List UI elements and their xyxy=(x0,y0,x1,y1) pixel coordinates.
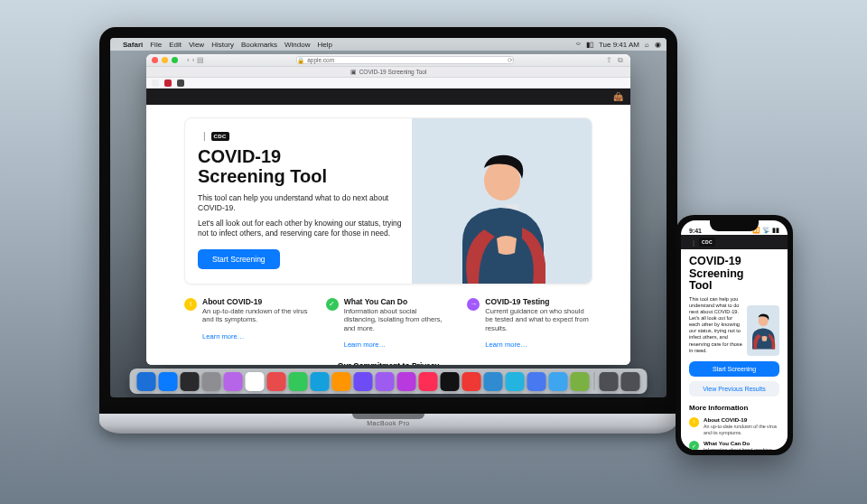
menu-item[interactable]: Window xyxy=(284,41,310,49)
start-screening-button[interactable]: Start Screening xyxy=(689,361,779,377)
dock-app-icon[interactable] xyxy=(289,372,308,391)
privacy-section: Our Commitment to Privacy Apple is not c… xyxy=(184,350,592,365)
hero-illustration xyxy=(747,305,779,356)
favorites-bar xyxy=(146,78,630,89)
dock-app-icon[interactable] xyxy=(332,372,351,391)
safari-window: ‹ › ▤ 🔒 apple.com ⟳ ⇪ ⧉ xyxy=(146,54,630,365)
favorite-item[interactable] xyxy=(164,79,172,87)
iphone: 9:41 📶 📡 ▮▮ | CDC COVID-19Screening Tool… xyxy=(676,215,793,455)
hero-title: COVID-19Screening Tool xyxy=(689,256,743,293)
search-icon[interactable]: ⌕ xyxy=(645,41,649,49)
macbook-model-label: MacBook Pro xyxy=(367,420,410,426)
check-icon: ✓ xyxy=(689,441,699,450)
dock-app-icon[interactable] xyxy=(181,372,200,391)
iphone-time: 9:41 xyxy=(689,228,702,234)
mac-menu-bar: Safari File Edit View History Bookmarks … xyxy=(110,38,667,51)
forward-button[interactable]: › xyxy=(192,56,195,64)
dock-app-icon[interactable] xyxy=(159,372,178,391)
dock-app-icon[interactable] xyxy=(376,372,395,391)
dock-app-icon[interactable] xyxy=(354,372,373,391)
dock-app-icon[interactable] xyxy=(246,372,265,391)
menu-item[interactable]: Help xyxy=(317,41,331,49)
safari-tab[interactable]: ▣ COVID-19 Screening Tool xyxy=(146,67,630,78)
info-body: Information about social distancing, iso… xyxy=(344,307,452,332)
info-item-about[interactable]: ! About COVID-19 An up-to-date rundown o… xyxy=(689,416,779,435)
learn-more-link[interactable]: Learn more… xyxy=(202,332,244,341)
siri-icon[interactable]: ◉ xyxy=(655,41,661,49)
dock-app-icon[interactable] xyxy=(224,372,243,391)
check-icon: ✓ xyxy=(326,298,339,311)
dock-app-icon[interactable] xyxy=(527,372,546,391)
wifi-icon: ⌔ xyxy=(576,41,581,49)
dock-app-icon[interactable] xyxy=(311,372,330,391)
alert-icon: ! xyxy=(184,298,197,311)
menubar-app-name: Safari xyxy=(123,41,143,49)
share-icon[interactable]: ⇪ xyxy=(606,56,612,65)
cdc-badge: CDC xyxy=(211,132,229,141)
svg-point-1 xyxy=(511,178,518,187)
learn-more-link[interactable]: Learn more… xyxy=(344,341,386,349)
macbook: Safari File Edit View History Bookmarks … xyxy=(99,27,677,434)
tab-title: COVID-19 Screening Tool xyxy=(359,69,427,75)
zoom-window-button[interactable] xyxy=(172,57,178,63)
dock-app-icon[interactable] xyxy=(267,372,286,391)
info-item-whatyoucan[interactable]: ✓ What You Can Do Information about hand… xyxy=(689,440,779,450)
alert-icon: ! xyxy=(689,417,699,427)
info-title: About COVID-19 xyxy=(202,297,310,306)
back-button[interactable]: ‹ xyxy=(187,56,190,64)
dock-app-icon[interactable] xyxy=(571,372,590,391)
dock-app-icon[interactable] xyxy=(441,372,460,391)
address-url: apple.com xyxy=(307,57,334,63)
start-screening-button[interactable]: Start Screening xyxy=(198,249,280,269)
favorite-item[interactable] xyxy=(177,79,184,87)
dock-app-icon[interactable] xyxy=(506,372,525,391)
menu-item[interactable]: File xyxy=(150,41,162,49)
hero-para: Let's all look out for each other by kno… xyxy=(198,219,403,239)
address-bar[interactable]: 🔒 apple.com ⟳ xyxy=(296,56,514,64)
hero-title: COVID-19Screening Tool xyxy=(198,146,403,186)
info-title: What You Can Do xyxy=(344,297,452,306)
menu-item[interactable]: Bookmarks xyxy=(241,41,277,49)
tabs-icon[interactable]: ⧉ xyxy=(618,56,623,65)
info-col-whatyoucan: ✓ What You Can Do Information about soci… xyxy=(326,297,452,350)
info-col-about: ! About COVID-19 An up-to-date rundown o… xyxy=(184,297,310,350)
site-nav: | CDC xyxy=(681,235,788,249)
dock-app-icon[interactable] xyxy=(202,372,221,391)
learn-more-link[interactable]: Learn more… xyxy=(485,341,527,349)
dock xyxy=(130,369,648,394)
minimize-window-button[interactable] xyxy=(162,57,168,63)
dock-app-icon[interactable] xyxy=(462,372,481,391)
privacy-title: Our Commitment to Privacy xyxy=(211,361,565,365)
favorite-item[interactable] xyxy=(152,79,159,87)
close-window-button[interactable] xyxy=(152,57,158,63)
bag-icon[interactable]: 👜 xyxy=(613,92,623,101)
reload-icon[interactable]: ⟳ xyxy=(508,57,513,64)
safari-toolbar: ‹ › ▤ 🔒 apple.com ⟳ ⇪ ⧉ xyxy=(146,54,630,67)
page-content: 👜 | CDC COVID-19Screeni xyxy=(146,89,630,365)
sidebar-toggle-icon[interactable]: ▤ xyxy=(197,56,204,64)
info-row: ! About COVID-19 An up-to-date rundown o… xyxy=(184,297,592,350)
info-body: Information about hand-washing, social d… xyxy=(704,447,779,450)
hero-para: This tool can help you understand what t… xyxy=(198,193,403,214)
dock-app-icon[interactable] xyxy=(549,372,568,391)
dock-app-icon[interactable] xyxy=(137,372,156,391)
more-info-heading: More Information xyxy=(689,404,779,412)
info-title: What You Can Do xyxy=(704,440,779,446)
dock-app-icon[interactable] xyxy=(621,372,640,391)
view-previous-results-button[interactable]: View Previous Results xyxy=(689,381,779,397)
menu-item[interactable]: Edit xyxy=(169,41,182,49)
lock-icon: 🔒 xyxy=(297,57,304,64)
info-title: About COVID-19 xyxy=(704,416,779,423)
battery-icon: ▮▯ xyxy=(586,41,593,49)
info-body: An up-to-date rundown of the virus and i… xyxy=(704,424,779,435)
hero-illustration xyxy=(412,118,592,284)
dock-app-icon[interactable] xyxy=(600,372,619,391)
dock-app-icon[interactable] xyxy=(397,372,416,391)
dock-app-icon[interactable] xyxy=(484,372,503,391)
iphone-notch xyxy=(710,220,759,231)
dock-app-icon[interactable] xyxy=(419,372,438,391)
menu-item[interactable]: View xyxy=(189,41,204,49)
menu-item[interactable]: History xyxy=(211,41,234,49)
arrow-icon: → xyxy=(467,298,480,311)
macbook-base: MacBook Pro xyxy=(99,414,677,434)
